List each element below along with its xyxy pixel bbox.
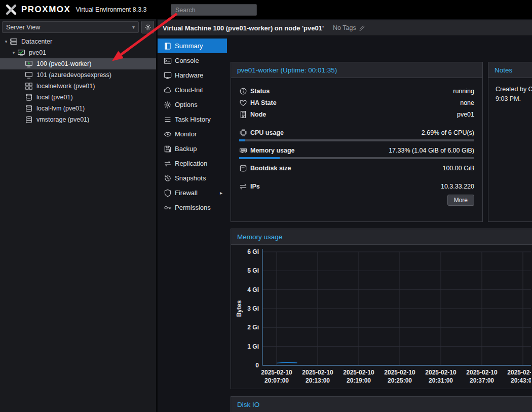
row-label: Bootdisk size [250,165,291,172]
pencil-icon[interactable] [359,25,365,31]
shield-icon [164,189,172,197]
view-selector-label: Server View [6,24,40,31]
row-label: Status [250,88,270,95]
usage-progress-bar [239,157,474,159]
svg-text:20:13:00: 20:13:00 [306,377,330,384]
network-icon [25,82,33,90]
menu-item-snapshots[interactable]: Snapshots [158,171,227,185]
vm-menu: SummaryConsoleHardwareCloud-InitOptionsT… [158,39,227,215]
menu-item-backup[interactable]: Backup [158,141,227,156]
terminal-icon [164,57,172,65]
notes-panel: Notes Created by C9:03 PM. [488,62,532,222]
row-label: Memory usage [250,147,295,154]
notes-line: Created by C [496,85,532,94]
menu-item-task-history[interactable]: Task History [158,112,227,127]
chevron-down-icon: ▾ [132,24,135,30]
menu-item-console[interactable]: Console [158,53,227,68]
summary-row-status: Statusrunning [239,85,474,97]
row-value: running [453,88,474,95]
row-label: Node [250,111,266,118]
building-icon [239,110,247,119]
server-icon [10,38,18,46]
menu-item-label: Console [175,57,199,64]
key-icon [164,204,172,212]
row-value: 10.3.33.220 [441,183,474,190]
storage-icon [25,104,33,113]
tree-item-localnetwork-pve01[interactable]: ▸localnetwork (pve01) [0,81,156,92]
search-input[interactable] [171,4,257,16]
svg-text:20:25:00: 20:25:00 [388,377,412,384]
disk-io-panel-title: Disk IO [231,397,532,412]
settings-gear-button[interactable] [141,21,154,33]
summary-row-bootdisk-size: Bootdisk size100.00 GiB [239,162,474,174]
tree-item-local-pve01[interactable]: ▸local (pve01) [0,92,156,103]
tree-item-vmstorage-pve01[interactable]: ▸vmstorage (pve01) [0,114,156,125]
tags-editor[interactable]: No Tags [333,24,365,31]
tree-item-local-lvm-pve01[interactable]: ▸local-lvm (pve01) [0,103,156,114]
summary-row-ips: IPs10.3.33.220 [239,180,474,192]
tree-item-label: 101 (azuredevopsexpress) [36,71,111,79]
summary-row-group: IPs10.3.33.220 [239,180,474,192]
svg-text:20:19:00: 20:19:00 [347,377,371,384]
history-icon [164,174,172,182]
menu-item-options[interactable]: Options [158,97,227,112]
tree-item-100-pve01-worker[interactable]: ▸100 (pve01-worker) [0,58,156,69]
view-selector-row: Server View ▾ [0,19,156,35]
svg-text:Bytes: Bytes [236,300,243,317]
storage-icon [25,116,33,124]
status-panel: pve01-worker (Uptime: 00:01:35) Statusru… [231,62,483,222]
summary-row-memory-usage: Memory usage17.33% (1.04 GiB of 6.00 GiB… [239,144,474,156]
menu-item-replication[interactable]: Replication [158,156,227,171]
tree-item-101-azuredevopsexpress[interactable]: ▸101 (azuredevopsexpress) [0,69,156,81]
menu-item-label: Firewall [175,189,198,197]
svg-text:20:07:00: 20:07:00 [264,377,289,384]
menu-item-permissions[interactable]: Permissions [158,200,227,215]
view-selector-dropdown[interactable]: Server View ▾ [2,21,139,33]
disk-icon [239,164,247,172]
content-header: Virtual Machine 100 (pve01-worker) on no… [158,20,532,36]
tree-item-datacenter[interactable]: ▾Datacenter [0,36,156,47]
book-icon [164,42,172,50]
svg-text:0: 0 [255,362,259,369]
row-label: HA State [250,99,277,106]
menu-item-cloud-init[interactable]: Cloud-Init [158,83,227,97]
summary-row-ha-state: HA Statenone [239,97,474,108]
tree-item-label: pve01 [29,49,46,56]
row-value: 2.69% of 6 CPU(s) [422,129,474,136]
tree-item-label: 100 (pve01-worker) [36,60,91,67]
svg-text:1 Gi: 1 Gi [247,343,259,350]
menu-item-hardware[interactable]: Hardware [158,68,227,83]
svg-text:20:43:00: 20:43:00 [511,377,531,384]
menu-item-label: Task History [175,116,211,123]
expand-caret-icon[interactable]: ▾ [10,50,17,55]
main-content: Virtual Machine 100 (pve01-worker) on no… [158,19,532,412]
svg-text:2025-02-10: 2025-02-10 [302,369,333,376]
svg-text:2025-02-10: 2025-02-10 [384,369,415,376]
svg-text:4 Gi: 4 Gi [247,286,259,293]
more-button[interactable]: More [447,195,474,206]
summary-row-group: StatusrunningHA StatenoneNodepve01 [239,85,474,120]
memory-usage-chart: 01 Gi2 Gi3 Gi4 Gi5 Gi6 Gi2025-02-1020:07… [231,245,531,389]
expand-caret-icon[interactable]: ▾ [3,39,10,44]
tree-item-label: Datacenter [21,38,52,45]
more-row: More [239,195,474,206]
eye-icon [164,130,172,138]
memory-usage-panel-title: Memory usage [231,229,532,245]
sidebar-splitter[interactable] [156,19,158,412]
memory-usage-chart-body: 01 Gi2 Gi3 Gi4 Gi5 Gi6 Gi2025-02-1020:07… [231,245,532,389]
menu-item-monitor[interactable]: Monitor [158,127,227,141]
top-bar: PROXMOX Virtual Environment 8.3.3 [0,0,532,19]
menu-item-label: Replication [175,160,207,167]
heart-icon [239,99,247,107]
menu-item-summary[interactable]: Summary [158,39,227,53]
menu-item-firewall[interactable]: Firewall▸ [158,185,227,200]
svg-text:2025-02-10: 2025-02-10 [343,369,374,376]
status-rows: StatusrunningHA StatenoneNodepve01CPU us… [231,78,482,206]
menu-item-label: Snapshots [175,174,206,182]
cpu-icon [239,129,247,137]
notes-text: Created by C9:03 PM. [488,78,532,111]
cloud-icon [164,86,172,94]
list-icon [164,116,172,124]
tree-item-pve01[interactable]: ▾pve01 [0,47,156,58]
svg-text:20:31:00: 20:31:00 [429,377,453,384]
